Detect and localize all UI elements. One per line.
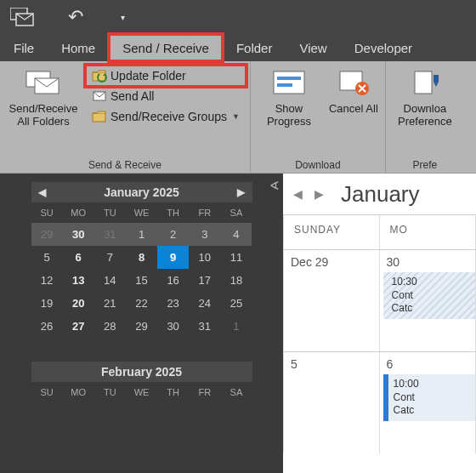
mini-cal-dow: TU (94, 202, 126, 223)
calendar-next-button[interactable]: ▶ (314, 187, 324, 201)
mini-cal-day[interactable]: 10 (189, 246, 220, 269)
group-preferences: Downloa Preference Prefe (386, 61, 464, 173)
calendar-day-label: 6 (387, 357, 468, 371)
calendar-day-cell[interactable]: Dec 29 (283, 250, 380, 351)
cancel-icon (335, 68, 372, 99)
svg-rect-7 (93, 113, 105, 122)
mini-cal-day[interactable]: 4 (220, 223, 252, 246)
mini-cal-dow: TH (157, 202, 189, 223)
svg-rect-10 (277, 83, 292, 87)
mini-cal-day[interactable]: 11 (220, 246, 252, 269)
calendar-day-label: 5 (291, 357, 372, 371)
mini-cal-dow: WE (126, 202, 157, 223)
calendar-day-label: Dec 29 (291, 255, 372, 269)
mini-cal-day[interactable]: 14 (94, 269, 126, 292)
mini-cal-dow: FR (189, 382, 220, 402)
mini-cal-day[interactable]: 17 (189, 269, 220, 292)
mini-calendar-2: February 2025 SUMOTUWETHFRSA (31, 362, 252, 402)
show-progress-button[interactable]: Show Progress (256, 65, 322, 157)
prev-month-button[interactable]: ◀ (38, 186, 46, 198)
group-send-receive: Send/Receive All Folders Update Folder S… (0, 61, 251, 173)
quick-access-toolbar: ↶ ▾ (0, 0, 476, 34)
mini-cal-day[interactable]: 1 (220, 315, 252, 338)
mini-cal-day[interactable]: 8 (126, 246, 157, 269)
mini-cal-day[interactable]: 22 (126, 292, 157, 315)
mini-cal-day[interactable]: 26 (31, 315, 63, 338)
mini-cal-dow: TU (94, 382, 126, 402)
calendar-title: January (341, 181, 420, 208)
mini-cal-dow: WE (126, 382, 157, 402)
calendar-view: ◀ ▶ January SUNDAYMO Dec 293010:30ContCa… (283, 174, 476, 473)
mini-cal-day[interactable]: 25 (220, 292, 252, 315)
mini-cal-day[interactable]: 1 (126, 223, 157, 246)
tab-home[interactable]: Home (48, 34, 109, 61)
mini-cal-day[interactable]: 31 (189, 315, 220, 338)
sidebar-date-navigator: ∢ ◀ January 2025 ▶ SUMOTUWETHFRSA 293031… (0, 174, 283, 473)
cancel-all-button[interactable]: Cancel All (327, 65, 380, 157)
calendar-dow-header: MO (380, 215, 476, 249)
mini-cal-dow: FR (189, 202, 220, 223)
collapse-sidebar-button[interactable]: ∢ (269, 179, 280, 192)
send-receive-groups-button[interactable]: Send/Receive Groups ▼ (87, 107, 245, 126)
mini-cal-dow: MO (63, 202, 94, 223)
progress-window-icon (270, 68, 308, 99)
group-label-send-receive: Send & Receive (5, 157, 245, 171)
calendar-prev-button[interactable]: ◀ (293, 187, 303, 201)
calendar-day-cell[interactable]: 3010:30ContCatc (380, 250, 476, 351)
mini-cal-day[interactable]: 12 (31, 269, 63, 292)
qat-customize-button[interactable]: ▾ (121, 13, 125, 22)
svg-rect-8 (274, 71, 304, 94)
mini-cal-day[interactable]: 28 (94, 315, 126, 338)
ribbon: Send/Receive All Folders Update Folder S… (0, 61, 476, 174)
mini-cal-day[interactable]: 5 (31, 246, 63, 269)
next-month-button[interactable]: ▶ (237, 186, 245, 198)
mini-cal-day[interactable]: 7 (94, 246, 126, 269)
svg-rect-14 (434, 75, 439, 82)
update-folder-button[interactable]: Update Folder (87, 66, 245, 85)
mini-cal-dow: SU (31, 202, 63, 223)
mini-cal-dow: SA (220, 382, 252, 402)
mini-cal-day[interactable]: 3 (189, 223, 220, 246)
download-preferences-button[interactable]: Downloa Preference (391, 65, 459, 157)
mini-cal-day[interactable]: 13 (63, 269, 94, 292)
mini-cal-day[interactable]: 9 (157, 246, 189, 269)
mini-cal-day[interactable]: 30 (157, 315, 189, 338)
mini-cal-dow: SA (220, 202, 252, 223)
undo-button[interactable]: ↶ (68, 6, 83, 28)
calendar-event[interactable]: 10:30ContCatc (383, 272, 475, 319)
tab-file[interactable]: File (0, 34, 48, 61)
tab-view[interactable]: View (286, 34, 340, 61)
mini-cal-day[interactable]: 23 (157, 292, 189, 315)
send-receive-all-button[interactable]: Send/Receive All Folders (5, 65, 82, 157)
calendar-day-cell[interactable]: 610:00ContCatc (380, 352, 476, 453)
group-label-download: Download (256, 157, 380, 171)
mini-cal-day[interactable]: 19 (31, 292, 63, 315)
mini-cal-day[interactable]: 6 (63, 246, 94, 269)
mini-cal-day[interactable]: 2 (157, 223, 189, 246)
tab-send-receive[interactable]: Send / Receive (109, 34, 223, 61)
mail-window-icon (10, 8, 34, 26)
mini-cal1-title: January 2025 (104, 185, 179, 199)
mini-cal-day[interactable]: 30 (63, 223, 94, 246)
calendar-week-row: Dec 293010:30ContCatc (283, 249, 476, 351)
send-all-button[interactable]: Send All (87, 87, 245, 105)
mini-cal-day[interactable]: 15 (126, 269, 157, 292)
calendar-week-row: 5610:00ContCatc (283, 351, 476, 453)
mini-cal-day[interactable]: 29 (31, 223, 63, 246)
calendar-event[interactable]: 10:00ContCatc (383, 374, 475, 421)
mini-cal-day[interactable]: 24 (189, 292, 220, 315)
tab-developer[interactable]: Developer (341, 34, 426, 61)
folder-groups-icon (92, 109, 107, 124)
mini-cal-day[interactable]: 21 (94, 292, 126, 315)
mini-cal-day[interactable]: 16 (157, 269, 189, 292)
tab-folder[interactable]: Folder (223, 34, 286, 61)
folder-refresh-icon (92, 68, 107, 83)
mini-cal-day[interactable]: 18 (220, 269, 252, 292)
calendar-day-cell[interactable]: 5 (283, 352, 380, 453)
update-folder-label: Update Folder (110, 69, 186, 83)
mini-cal-day[interactable]: 27 (63, 315, 94, 338)
mini-cal-day[interactable]: 29 (126, 315, 157, 338)
envelopes-icon (25, 68, 62, 99)
mini-cal-day[interactable]: 31 (94, 223, 126, 246)
mini-cal-day[interactable]: 20 (63, 292, 94, 315)
